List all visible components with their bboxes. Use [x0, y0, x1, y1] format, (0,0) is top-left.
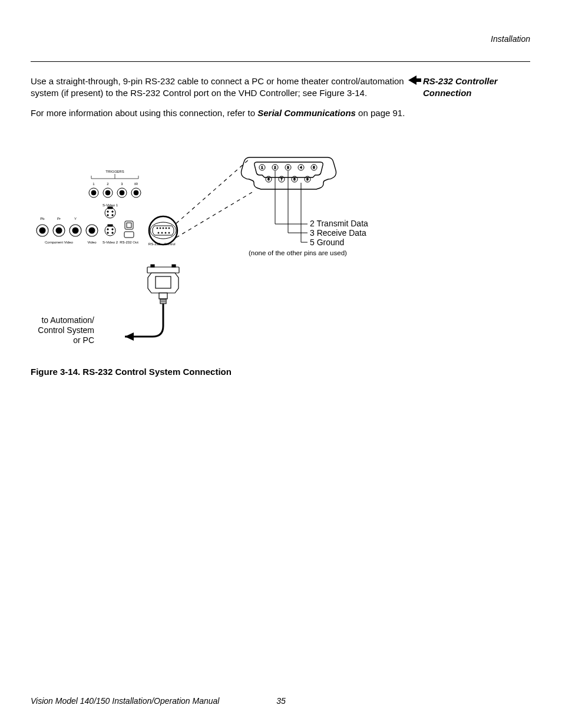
db9-pin1: 1 — [261, 166, 263, 169]
label-video: Video — [87, 241, 97, 244]
svg-rect-32 — [124, 232, 134, 238]
label-y: Y — [74, 217, 77, 220]
svg-point-5 — [105, 190, 110, 195]
svg-rect-60 — [160, 299, 166, 304]
db9-closeup — [242, 157, 336, 190]
svg-point-28 — [107, 232, 108, 233]
label-control: Control — [164, 242, 175, 246]
svg-point-11 — [39, 228, 45, 233]
label-rs232: RS-232 — [148, 242, 161, 246]
svg-point-13 — [56, 228, 62, 233]
svg-point-35 — [160, 228, 161, 229]
page: Installation RS-232 Controller Connectio… — [0, 0, 562, 728]
side-heading-line2: Connection — [423, 88, 472, 98]
svg-point-20 — [107, 211, 108, 212]
svg-point-26 — [107, 229, 108, 230]
svg-point-22 — [107, 215, 108, 216]
svg-point-38 — [168, 228, 170, 229]
label-rs232out: RS-232 Out — [120, 241, 138, 244]
svg-rect-30 — [125, 221, 133, 229]
label-trig-2: 2 — [107, 182, 109, 186]
db9-pin2: 2 — [274, 166, 276, 169]
label-svideo1: S-Video 1 — [103, 203, 118, 207]
figure-3-14: TRIGGERS 1 2 3 IR Pb Pr Y — [31, 149, 408, 350]
db9-pin8: 8 — [293, 177, 296, 181]
svg-rect-55 — [147, 267, 179, 273]
svg-point-39 — [158, 232, 159, 233]
label-svideo2: S-Video 2 — [103, 241, 118, 244]
svg-point-27 — [112, 229, 113, 230]
svg-rect-25 — [108, 225, 113, 226]
side-arrow-icon — [408, 75, 421, 87]
svg-point-9 — [134, 190, 138, 195]
svg-point-34 — [157, 228, 158, 229]
to-automation-l3: or PC — [73, 335, 94, 345]
svg-point-40 — [161, 232, 163, 233]
label-component: Component Video — [45, 241, 74, 244]
label-triggers: TRIGGERS — [105, 170, 124, 173]
p2-c: on page 91. — [356, 108, 405, 118]
db9-pin4: 4 — [300, 166, 302, 169]
running-head: Installation — [491, 34, 530, 44]
p2-a: For more information about using this co… — [31, 108, 257, 118]
p2-ref: Serial Communications — [257, 108, 356, 118]
callout-pin2: 2 Transmit Data — [310, 219, 368, 228]
p1-text: Use a straight-through, 9-pin RS-232 cab… — [31, 76, 404, 98]
svg-marker-63 — [125, 332, 134, 341]
callout-pin3: 3 Receive Data — [310, 228, 366, 238]
to-automation-l1: to Automation/ — [41, 315, 94, 325]
svg-point-41 — [165, 232, 166, 233]
svg-point-43 — [149, 216, 177, 245]
svg-rect-57 — [172, 265, 176, 267]
db9-pin9: 9 — [306, 177, 309, 181]
svg-point-7 — [120, 190, 124, 195]
svg-point-33 — [150, 222, 176, 239]
db9-pin6: 6 — [267, 177, 270, 181]
side-heading: RS-232 Controller Connection — [423, 75, 535, 98]
svg-point-42 — [168, 232, 170, 233]
body-text: Use a straight-through, 9-pin RS-232 cab… — [31, 75, 408, 127]
label-trig-3: 3 — [121, 182, 123, 186]
callout-pin5: 5 Ground — [310, 238, 344, 247]
figure-caption: Figure 3-14. RS-232 Control System Conne… — [31, 367, 232, 377]
svg-point-24 — [105, 225, 115, 236]
callout-none: (none of the other pins are used) — [249, 249, 347, 256]
db9-pin3: 3 — [287, 166, 289, 169]
svg-point-17 — [89, 228, 95, 233]
svg-point-15 — [72, 228, 78, 233]
svg-rect-56 — [151, 265, 154, 267]
svg-point-37 — [166, 228, 167, 229]
svg-line-53 — [176, 160, 249, 223]
paragraph-2: For more information about using this co… — [31, 107, 408, 119]
label-pb: Pb — [40, 217, 45, 220]
svg-point-18 — [105, 207, 115, 218]
label-pr: Pr — [57, 217, 61, 220]
svg-point-36 — [163, 228, 164, 229]
paragraph-1: Use a straight-through, 9-pin RS-232 cab… — [31, 75, 408, 99]
header-rule — [31, 61, 530, 62]
label-trig-1: 1 — [92, 182, 95, 186]
label-ir: IR — [134, 182, 138, 186]
db9-pin5: 5 — [313, 166, 315, 169]
db9-pin7: 7 — [280, 177, 283, 181]
svg-rect-31 — [127, 223, 131, 228]
svg-point-23 — [112, 215, 113, 216]
svg-point-3 — [91, 190, 96, 195]
footer-page-number: 35 — [0, 696, 562, 706]
svg-point-21 — [112, 211, 113, 212]
side-heading-line1: RS-232 Controller — [423, 76, 498, 86]
svg-point-29 — [112, 232, 113, 233]
svg-marker-0 — [408, 75, 421, 85]
svg-rect-59 — [159, 293, 167, 299]
to-automation-l2: Control System — [38, 325, 94, 335]
svg-rect-19 — [108, 207, 113, 209]
svg-line-54 — [176, 192, 253, 238]
